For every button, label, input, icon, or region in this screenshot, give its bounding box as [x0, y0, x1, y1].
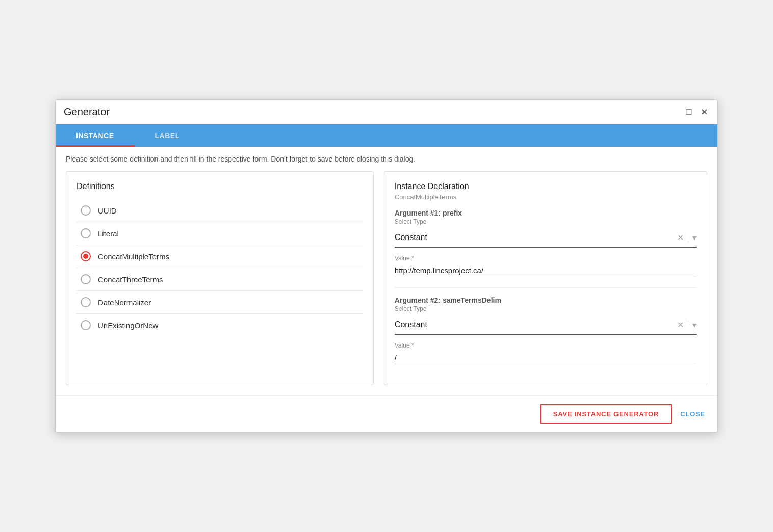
arg2-heading: Argument #2: sameTermsDelim	[395, 296, 697, 304]
main-window: Generator □ ✕ INSTANCE LABEL Please sele…	[55, 99, 718, 433]
arg1-value-label: Value *	[395, 255, 697, 262]
arg1-divider	[688, 232, 688, 243]
window-title: Generator	[64, 106, 110, 118]
window-controls: □ ✕	[684, 107, 709, 117]
maximize-icon[interactable]: □	[684, 107, 694, 117]
close-window-icon[interactable]: ✕	[699, 107, 709, 117]
definitions-panel: Definitions UUID Literal ConcatMultipleT…	[66, 171, 374, 385]
arg1-select-icons: ✕ ▾	[677, 232, 697, 243]
arg2-value-label: Value *	[395, 342, 697, 349]
radio-label-concat-multiple: ConcatMultipleTerms	[98, 252, 169, 261]
arg2-select-icons: ✕ ▾	[677, 320, 697, 330]
radio-label-literal: Literal	[98, 229, 119, 238]
arg1-clear-icon[interactable]: ✕	[677, 233, 684, 243]
arg1-value-input[interactable]	[395, 264, 697, 277]
arg2-value-input[interactable]	[395, 351, 697, 364]
arg2-value-field: Value *	[395, 342, 697, 364]
arg2-clear-icon[interactable]: ✕	[677, 320, 684, 330]
tabs-bar: INSTANCE LABEL	[56, 124, 717, 147]
arg1-type-select[interactable]: Constant ✕ ▾	[395, 228, 697, 248]
radio-label-concat-three: ConcatThreeTerms	[98, 275, 163, 284]
arg2-type-value: Constant	[395, 320, 677, 329]
tab-label[interactable]: LABEL	[135, 124, 200, 147]
footer: SAVE INSTANCE GENERATOR CLOSE	[56, 395, 717, 432]
declaration-selected-def: ConcatMultipleTerms	[395, 193, 697, 201]
radio-circle-literal	[81, 228, 91, 238]
declaration-panel: Instance Declaration ConcatMultipleTerms…	[384, 171, 707, 385]
arg2-dropdown-icon[interactable]: ▾	[692, 320, 697, 330]
radio-label-uuid: UUID	[98, 206, 117, 215]
info-text: Please select some definition and then f…	[56, 147, 717, 171]
arg2-select-label: Select Type	[395, 305, 697, 312]
radio-circle-uri-existing	[81, 320, 91, 330]
radio-date-normalizer[interactable]: DateNormalizer	[76, 291, 363, 314]
radio-circle-date-normalizer	[81, 297, 91, 307]
radio-circle-concat-multiple	[81, 251, 91, 261]
argument-block-1: Argument #1: prefix Select Type Constant…	[395, 209, 697, 277]
argument-block-2: Argument #2: sameTermsDelim Select Type …	[395, 296, 697, 364]
radio-label-date-normalizer: DateNormalizer	[98, 298, 151, 307]
declaration-title: Instance Declaration	[395, 182, 697, 191]
arg2-divider	[688, 320, 688, 330]
radio-circle-concat-three	[81, 274, 91, 284]
radio-concat-multiple-terms[interactable]: ConcatMultipleTerms	[76, 245, 363, 268]
radio-circle-uuid	[81, 205, 91, 216]
arg-separator	[395, 287, 697, 288]
tab-instance[interactable]: INSTANCE	[56, 124, 135, 147]
arg1-select-label: Select Type	[395, 218, 697, 225]
radio-label-uri-existing: UriExistingOrNew	[98, 321, 158, 330]
main-content: Definitions UUID Literal ConcatMultipleT…	[56, 171, 717, 395]
title-bar: Generator □ ✕	[56, 100, 717, 124]
radio-concat-three-terms[interactable]: ConcatThreeTerms	[76, 268, 363, 291]
arg1-value-field: Value *	[395, 255, 697, 277]
arg1-dropdown-icon[interactable]: ▾	[692, 233, 697, 243]
radio-uri-existing-or-new[interactable]: UriExistingOrNew	[76, 314, 363, 336]
close-button[interactable]: CLOSE	[680, 410, 705, 418]
arg2-type-select[interactable]: Constant ✕ ▾	[395, 315, 697, 335]
arg1-type-value: Constant	[395, 233, 677, 242]
radio-literal[interactable]: Literal	[76, 222, 363, 245]
save-instance-generator-button[interactable]: SAVE INSTANCE GENERATOR	[540, 404, 672, 424]
definitions-title: Definitions	[76, 182, 363, 191]
radio-uuid[interactable]: UUID	[76, 199, 363, 222]
arg1-heading: Argument #1: prefix	[395, 209, 697, 217]
